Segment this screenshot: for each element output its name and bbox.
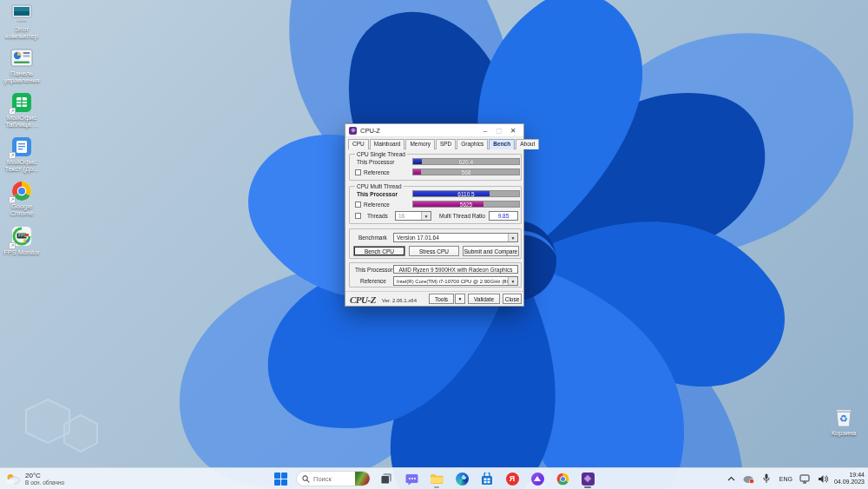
file-explorer-button[interactable] <box>427 469 446 488</box>
group-processor: This Processor AMD Ryzen 9 5900HX with R… <box>349 262 522 287</box>
tools-dropdown-button[interactable]: ▼ <box>455 294 465 304</box>
chevron-down-icon: ▼ <box>508 277 517 285</box>
tab-graphics[interactable]: Graphics <box>457 139 488 149</box>
desktop-icon-recycle-bin[interactable]: ♻ Корзина <box>825 406 863 437</box>
chrome-icon: ↗ <box>10 181 33 202</box>
threads-select[interactable]: 16 ▼ <box>395 211 431 221</box>
tab-spd[interactable]: SPD <box>436 139 456 149</box>
bench-cpu-button[interactable]: Bench CPU <box>353 246 405 256</box>
desktop-icon-column: Этот компьютер Панель управления <box>2 3 42 261</box>
taskbar-center: Я <box>271 469 597 488</box>
tab-cpu[interactable]: CPU <box>348 139 369 149</box>
shortcut-arrow-icon: ↗ <box>9 242 16 249</box>
chat-button[interactable] <box>402 469 421 488</box>
desktop-icon-myoffice-spreadsheet[interactable]: ↗ МойОфис Таблица ... <box>2 92 42 129</box>
chevron-down-icon: ▼ <box>421 212 431 220</box>
cpuz-app-icon <box>349 127 357 135</box>
desktop-icon-google-chrome[interactable]: ↗ Google Chrome <box>2 181 42 217</box>
fps-monitor-icon: FPS ↗ <box>10 225 33 248</box>
clock-time: 19:44 <box>834 472 865 479</box>
chat-icon <box>405 472 418 486</box>
taskbar-search[interactable] <box>296 471 371 486</box>
multi-reference-checkbox[interactable] <box>355 202 361 208</box>
file-explorer-icon <box>430 473 444 485</box>
control-panel-icon <box>10 48 33 69</box>
speaker-icon[interactable] <box>817 471 829 486</box>
shortcut-arrow-icon: ↗ <box>9 108 16 115</box>
weather-widget[interactable]: 20°C В осн. облачно <box>5 472 64 486</box>
tools-button[interactable]: Tools <box>429 294 454 304</box>
language-indicator[interactable]: ENG <box>778 474 794 484</box>
tab-memory[interactable]: Memory <box>405 139 434 149</box>
stress-cpu-button[interactable]: Stress CPU <box>409 246 459 256</box>
single-reference-label: Reference <box>364 169 390 175</box>
minimize-button[interactable]: – <box>478 125 492 136</box>
system-tray: ENG 19:44 04.09.2023 <box>726 471 865 486</box>
alice-button[interactable] <box>528 469 547 488</box>
maximize-button[interactable]: ▢ <box>492 125 506 136</box>
svg-text:♻: ♻ <box>839 413 848 425</box>
weather-temp: 20°C <box>25 472 64 479</box>
threads-checkbox[interactable] <box>355 213 361 219</box>
edge-button[interactable] <box>452 469 471 488</box>
hexagon-watermark <box>26 400 97 452</box>
group-cpu-single-thread: CPU Single Thread This Processor 620.4 R… <box>349 154 522 181</box>
desktop-icon-fps-monitor[interactable]: FPS ↗ FPS Monitor <box>2 225 42 261</box>
svg-text:FPS: FPS <box>18 233 26 238</box>
running-indicator <box>584 486 591 489</box>
desktop-icon-myoffice-text[interactable]: ↗ МойОфис Текст (До... <box>2 136 42 173</box>
submit-and-compare-button[interactable]: Submit and Compare <box>463 246 519 256</box>
desktop-icon-this-pc[interactable]: Этот компьютер <box>2 3 42 40</box>
search-icon <box>302 475 310 483</box>
windows-logo-icon <box>274 472 287 486</box>
cpuz-taskbar-button[interactable] <box>578 469 597 488</box>
close-dialog-button[interactable]: Close <box>503 294 522 304</box>
group-cpu-multi-thread: CPU Multi Thread This Processor 6110.5 R… <box>349 186 522 224</box>
microsoft-store-button[interactable] <box>477 469 496 488</box>
tray-app-icon[interactable] <box>743 471 755 486</box>
cpuz-titlebar[interactable]: CPU-Z – ▢ ✕ <box>345 124 523 137</box>
desktop-icon-label: МойОфис Текст (До... <box>2 159 42 173</box>
weather-condition: В осн. облачно <box>25 479 64 486</box>
validate-button[interactable]: Validate <box>468 294 500 304</box>
desktop-icon-label: МойОфис Таблица ... <box>2 115 42 129</box>
desktop: Этот компьютер Панель управления <box>0 0 868 489</box>
yandex-browser-icon: Я <box>506 472 519 486</box>
hidden-icons-chevron[interactable] <box>726 471 738 486</box>
desktop-icon-control-panel[interactable]: Панель управления <box>2 48 42 84</box>
task-view-button[interactable] <box>377 469 396 488</box>
desktop-icon-label: Корзина <box>832 430 857 437</box>
tab-about[interactable]: About <box>516 139 539 149</box>
this-pc-icon <box>10 3 33 24</box>
myoffice-spreadsheet-icon: ↗ <box>10 92 33 113</box>
taskbar-clock[interactable]: 19:44 04.09.2023 <box>834 472 865 486</box>
search-input[interactable] <box>313 475 350 483</box>
benchmark-version-select[interactable]: Version 17.01.64 ▼ <box>393 233 518 242</box>
group-label: CPU Single Thread <box>355 151 407 157</box>
shortcut-arrow-icon: ↗ <box>9 152 16 159</box>
tab-mainboard[interactable]: Mainboard <box>370 139 405 149</box>
chrome-taskbar-button[interactable] <box>553 469 572 488</box>
cpuz-taskbar-icon <box>582 472 595 486</box>
single-reference-score: 568 <box>413 169 519 175</box>
start-button[interactable] <box>271 469 290 488</box>
single-reference-checkbox[interactable] <box>355 169 361 175</box>
this-processor-value: AMD Ryzen 9 5900HX with Radeon Graphics <box>393 265 518 274</box>
multi-this-score: 6110.5 <box>413 191 519 196</box>
microsoft-store-icon <box>481 472 493 486</box>
reference-processor-select[interactable]: Intel(R) Core(TM) i7-10700 CPU @ 2.90GHz… <box>393 276 518 286</box>
close-button[interactable]: ✕ <box>506 125 520 136</box>
version-text: Ver. 2.06.1.x64 <box>382 298 417 303</box>
footer-divider <box>345 291 523 292</box>
multi-thread-ratio-label: Multi Thread Ratio <box>439 213 485 219</box>
network-icon[interactable] <box>799 471 812 486</box>
search-highlight-image[interactable] <box>355 472 370 486</box>
tab-bench[interactable]: Bench <box>489 139 515 149</box>
chrome-icon <box>556 472 569 486</box>
task-view-icon <box>380 472 392 485</box>
yandex-browser-button[interactable]: Я <box>503 469 522 488</box>
taskbar: 20°C В осн. облачно <box>0 467 868 489</box>
cpuz-window: CPU-Z – ▢ ✕ CPU Mainboard Memory SPD Gra… <box>345 123 524 307</box>
microphone-icon[interactable] <box>760 471 773 486</box>
desktop-icon-label: Google Chrome <box>2 203 42 217</box>
